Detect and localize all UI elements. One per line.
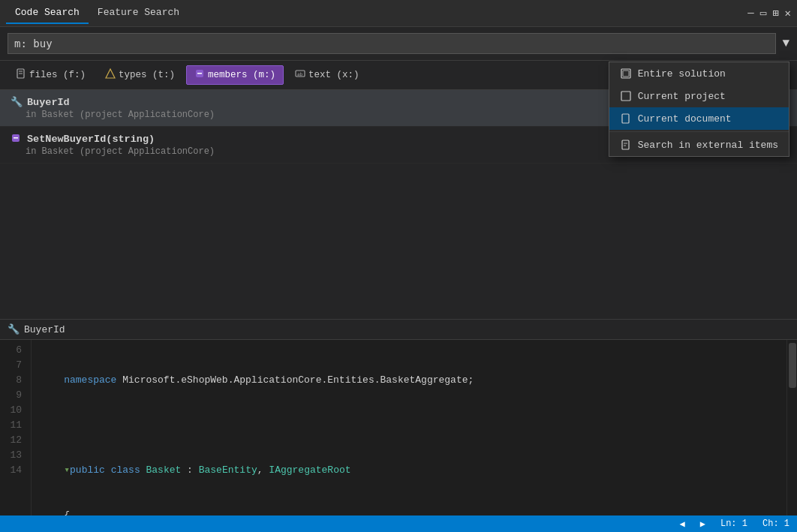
search-external-label: Search in external items xyxy=(638,140,778,151)
svg-text:ab: ab xyxy=(297,71,303,77)
code-line-6: namespace Microsoft.eShopWeb.Application… xyxy=(41,373,786,388)
current-document-icon xyxy=(620,113,632,125)
tab-types[interactable]: types (t:) xyxy=(97,65,183,85)
line-num-9: 9 xyxy=(6,388,22,403)
tab-code-search[interactable]: Code Search xyxy=(6,2,89,24)
search-input-row: ▼ xyxy=(0,27,797,61)
svg-marker-3 xyxy=(106,69,115,78)
status-ln: Ln: 1 xyxy=(720,518,747,529)
title-bar: Code Search Feature Search ─ ▭ ⊞ ✕ xyxy=(0,0,797,27)
code-header: 🔧 BuyerId xyxy=(0,320,797,340)
file-tab-icon xyxy=(16,68,26,82)
result-title-1: BuyerId xyxy=(27,97,70,108)
tab-members[interactable]: members (m:) xyxy=(186,65,284,85)
search-external-icon xyxy=(620,139,632,151)
svg-rect-14 xyxy=(622,140,629,149)
status-bar: ◀ ▶ Ln: 1 Ch: 1 xyxy=(0,515,797,532)
line-num-12: 12 xyxy=(6,433,22,448)
tab-feature-search[interactable]: Feature Search xyxy=(89,2,188,24)
svg-rect-5 xyxy=(197,73,202,74)
member-icon-2 xyxy=(11,133,23,145)
tab-files[interactable]: files (f:) xyxy=(8,65,94,85)
entire-solution-label: Entire solution xyxy=(638,68,726,80)
members-tab-label: members (m:) xyxy=(208,70,275,80)
close-icon[interactable]: ✕ xyxy=(785,7,791,20)
dropdown-current-document[interactable]: Current document xyxy=(609,107,789,130)
text-tab-icon: ab xyxy=(295,68,305,82)
fold-arrow-8: ▾ xyxy=(41,463,70,478)
dropdown-divider xyxy=(609,131,789,132)
minimize-icon[interactable]: ─ xyxy=(747,8,753,20)
code-content: 6 7 8 9 10 11 12 13 14 namespace Microso… xyxy=(0,340,797,528)
dropdown-search-external[interactable]: Search in external items xyxy=(609,134,789,156)
dropdown-arrow-icon[interactable]: ▼ xyxy=(782,37,789,50)
wrench-icon-1: 🔧 xyxy=(11,96,23,108)
code-line-7 xyxy=(41,418,786,433)
code-line-8: ▾ public class Basket : BaseEntity , IAg… xyxy=(41,463,786,478)
current-project-label: Current project xyxy=(638,91,726,102)
current-document-label: Current document xyxy=(638,113,732,125)
entire-solution-icon xyxy=(620,68,632,80)
svg-rect-11 xyxy=(623,71,629,77)
dropdown-entire-solution[interactable]: Entire solution xyxy=(609,62,789,85)
line-num-7: 7 xyxy=(6,358,22,373)
svg-rect-12 xyxy=(621,92,630,101)
code-scrollbar[interactable] xyxy=(786,340,797,528)
window-controls: ─ ▭ ⊞ ✕ xyxy=(747,7,791,20)
current-project-icon xyxy=(620,90,632,102)
members-tab-icon xyxy=(194,68,205,82)
tab-text[interactable]: ab text (x:) xyxy=(287,65,368,85)
line-numbers: 6 7 8 9 10 11 12 13 14 xyxy=(0,340,32,528)
search-input[interactable] xyxy=(8,33,776,54)
line-num-8: 8 xyxy=(6,373,22,388)
line-num-13: 13 xyxy=(6,448,22,463)
result-title-2: SetNewBuyerId(string) xyxy=(27,134,155,145)
files-tab-label: files (f:) xyxy=(29,70,86,80)
kw-namespace: namespace xyxy=(41,373,116,388)
line-num-14: 14 xyxy=(6,463,22,478)
status-scroll-left[interactable]: ◀ xyxy=(680,518,685,530)
types-tab-label: types (t:) xyxy=(119,70,175,80)
svg-rect-9 xyxy=(14,137,18,139)
line-num-11: 11 xyxy=(6,418,22,433)
restore-icon[interactable]: ▭ xyxy=(760,7,766,20)
svg-rect-13 xyxy=(622,114,629,123)
code-header-wrench-icon: 🔧 xyxy=(8,323,20,335)
code-panel: 🔧 BuyerId 6 7 8 9 10 11 12 13 14 namespa… xyxy=(0,320,797,532)
scope-dropdown-menu: Entire solution Current project Current … xyxy=(609,62,789,157)
pin-icon[interactable]: ⊞ xyxy=(772,7,778,20)
code-editor[interactable]: namespace Microsoft.eShopWeb.Application… xyxy=(32,340,786,528)
scrollbar-thumb[interactable] xyxy=(789,343,796,388)
search-panel: ▼ files (f:) types (t:) members (m:) ab xyxy=(0,27,797,320)
dropdown-current-project[interactable]: Current project xyxy=(609,85,789,107)
text-tab-label: text (x:) xyxy=(308,70,359,80)
line-num-6: 6 xyxy=(6,343,22,358)
line-num-10: 10 xyxy=(6,403,22,418)
status-ch: Ch: 1 xyxy=(762,518,789,529)
status-scroll-right[interactable]: ▶ xyxy=(700,518,705,530)
code-header-title: BuyerId xyxy=(24,324,65,335)
types-tab-icon xyxy=(105,68,116,82)
